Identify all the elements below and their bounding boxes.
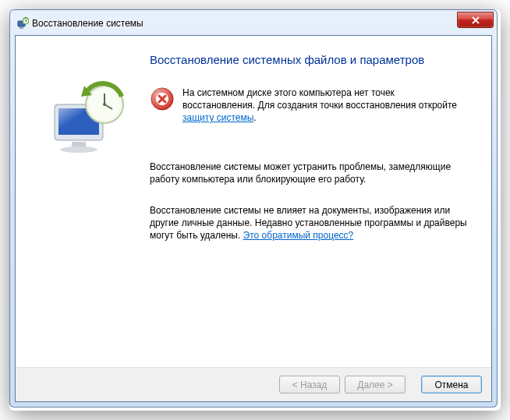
system-restore-icon	[48, 81, 134, 359]
alert-box: На системном диске этого компьютера нет …	[150, 86, 469, 125]
system-protection-link[interactable]: защиту системы	[182, 112, 253, 123]
info-paragraph-1: Восстановление системы может устранить п…	[150, 161, 469, 185]
error-icon	[150, 86, 175, 111]
close-icon	[472, 16, 480, 24]
next-button[interactable]: Далее >	[345, 376, 406, 394]
svg-point-7	[60, 146, 97, 153]
back-button[interactable]: < Назад	[279, 376, 340, 394]
client-area: Восстановление системных файлов и параме…	[15, 35, 492, 402]
titlebar[interactable]: Восстановление системы	[15, 15, 492, 35]
close-button[interactable]	[457, 12, 494, 28]
cancel-button[interactable]: Отмена	[421, 376, 482, 394]
window-title: Восстановление системы	[32, 18, 143, 29]
svg-point-12	[103, 103, 106, 106]
app-icon	[16, 17, 29, 30]
svg-rect-1	[19, 27, 23, 29]
button-bar: < Назад Далее > Отмена	[16, 367, 491, 401]
alert-text: На системном диске этого компьютера нет …	[182, 86, 469, 125]
page-heading: Восстановление системных файлов и параме…	[150, 53, 469, 66]
reversible-link[interactable]: Это обратимый процесс?	[243, 230, 354, 241]
window-frame: Восстановление системы	[9, 9, 498, 408]
info-paragraph-2: Восстановление системы не влияет на доку…	[150, 204, 469, 242]
